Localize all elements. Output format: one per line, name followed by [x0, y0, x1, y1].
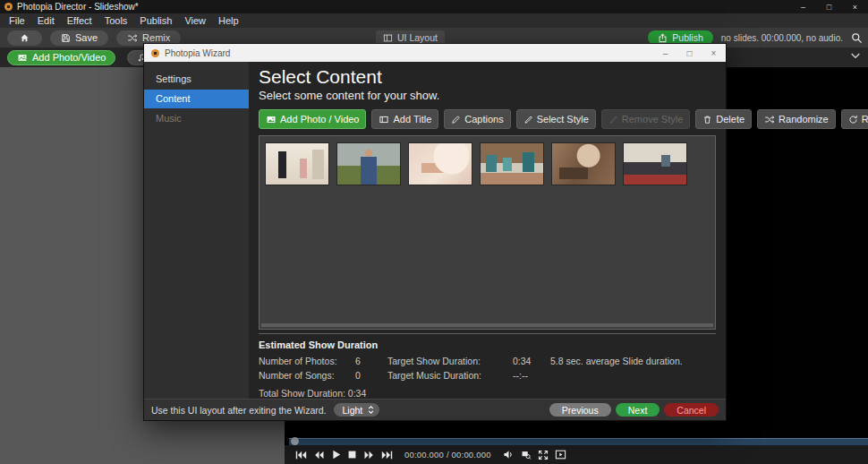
- trash-icon: [702, 115, 712, 125]
- thumbnail-6[interactable]: [624, 143, 686, 185]
- button-label: Delete: [716, 114, 745, 125]
- window-title: Photopia Director - Slideshow*: [17, 2, 139, 12]
- skip-start-button[interactable]: [295, 451, 307, 460]
- playback-controls: 00:00.000 / 00:00.000: [285, 445, 868, 464]
- close-button[interactable]: ×: [842, 0, 868, 13]
- select-style-button[interactable]: Select Style: [516, 109, 596, 129]
- captions-button[interactable]: Captions: [444, 109, 510, 129]
- wizard-title: Photopia Wizard: [165, 48, 230, 58]
- brush-icon: [523, 115, 533, 125]
- stop-button[interactable]: [347, 450, 357, 460]
- wizard-close-button[interactable]: ×: [702, 44, 726, 62]
- status-text: no slides. 00:00.000, no audio.: [721, 33, 843, 43]
- timeline-handle[interactable]: [291, 437, 299, 445]
- wizard-maximize-button[interactable]: □: [677, 44, 702, 62]
- save-button[interactable]: Save: [50, 30, 108, 46]
- content-list: [259, 135, 716, 330]
- summary-note: 5.8 sec. average Slide duration.: [550, 356, 716, 366]
- footer-note: Use this UI layout after exiting the Wiz…: [151, 405, 327, 416]
- rewind-button[interactable]: [313, 451, 325, 460]
- next-button[interactable]: Next: [616, 403, 660, 417]
- cancel-button[interactable]: Cancel: [664, 403, 719, 417]
- thumbnail-5[interactable]: [552, 143, 615, 185]
- summary-value: --:--: [513, 370, 550, 381]
- summary-label: Target Music Duration:: [387, 370, 513, 381]
- spinner-icon: [367, 405, 375, 415]
- pencil-icon: [451, 115, 461, 125]
- rotate-button[interactable]: Rotate: [841, 109, 868, 129]
- volume-icon[interactable]: [503, 450, 515, 460]
- wizard-dialog: Photopia Wizard – □ × Settings Content M…: [143, 43, 727, 421]
- menu-view[interactable]: View: [178, 15, 212, 26]
- timeline-slider[interactable]: [289, 438, 868, 445]
- share-icon: [658, 33, 668, 43]
- wizard-window-controls: – □ ×: [653, 44, 726, 62]
- publish-label: Publish: [672, 32, 702, 43]
- app-icon: [4, 3, 13, 11]
- previous-button[interactable]: Previous: [549, 403, 611, 417]
- button-label: Add Photo / Video: [280, 114, 359, 125]
- title-slide-icon: [379, 115, 389, 125]
- window-controls: – □ ×: [790, 0, 868, 13]
- button-label: Add Title: [393, 114, 431, 125]
- menu-edit[interactable]: Edit: [31, 15, 61, 26]
- delete-button[interactable]: Delete: [695, 109, 752, 129]
- shuffle-icon: [764, 115, 775, 125]
- content-toolbar: Add Photo / Video Add Title Captions: [259, 109, 716, 129]
- brush-off-icon: [608, 115, 618, 125]
- remove-style-button[interactable]: Remove Style: [601, 109, 690, 129]
- menu-effect[interactable]: Effect: [61, 15, 98, 26]
- ui-layout-select[interactable]: Light: [334, 403, 380, 417]
- horizontal-scrollbar[interactable]: [261, 323, 713, 327]
- rotate-icon: [848, 115, 858, 125]
- skip-end-button[interactable]: [381, 451, 393, 460]
- play-button[interactable]: [331, 450, 341, 460]
- menu-tools[interactable]: Tools: [98, 15, 134, 26]
- save-icon: [61, 33, 71, 43]
- sidebar-item-content[interactable]: Content: [144, 90, 249, 108]
- page-subtitle: Select some content for your show.: [259, 89, 716, 102]
- picture-icon: [266, 115, 277, 125]
- maximize-button[interactable]: □: [816, 0, 842, 13]
- thumbnail-4[interactable]: [481, 143, 543, 185]
- add-photo-video-wizard-button[interactable]: Add Photo / Video: [259, 109, 366, 129]
- layout-icon: [383, 33, 393, 43]
- summary-value: 6: [355, 356, 387, 366]
- summary-title: Estimated Show Duration: [259, 339, 716, 350]
- thumbnail-3[interactable]: [409, 143, 472, 185]
- thumbnail-2[interactable]: [337, 143, 400, 185]
- wizard-footer: Use this UI layout after exiting the Wiz…: [144, 399, 726, 420]
- menu-help[interactable]: Help: [212, 15, 245, 26]
- home-icon: [20, 33, 30, 43]
- add-title-button[interactable]: Add Title: [371, 109, 438, 129]
- page-title: Select Content: [259, 66, 716, 88]
- fast-forward-button[interactable]: [363, 451, 375, 460]
- picture-icon: [17, 53, 28, 63]
- randomize-button[interactable]: Randomize: [757, 109, 836, 129]
- fullscreen-icon[interactable]: [538, 450, 549, 460]
- sidebar-item-music[interactable]: Music: [144, 109, 249, 128]
- titlebar: Photopia Director - Slideshow* – □ ×: [0, 0, 868, 13]
- wizard-minimize-button[interactable]: –: [653, 44, 677, 62]
- button-label: Captions: [464, 114, 503, 125]
- button-label: Rotate: [862, 114, 868, 125]
- sidebar-item-settings[interactable]: Settings: [144, 70, 249, 89]
- time-display: 00:00.000 / 00:00.000: [404, 450, 491, 460]
- summary-value: 0:34: [513, 356, 550, 366]
- play-in-window-icon[interactable]: [555, 450, 566, 460]
- minimize-button[interactable]: –: [790, 0, 816, 13]
- home-button[interactable]: [7, 30, 42, 46]
- collapse-chevron-icon[interactable]: [850, 52, 861, 60]
- button-label: Select Style: [537, 114, 589, 125]
- menu-file[interactable]: File: [3, 15, 31, 26]
- add-photo-video-button[interactable]: Add Photo/Video: [7, 50, 115, 65]
- summary-label: Number of Photos:: [259, 356, 355, 366]
- search-icon[interactable]: [851, 32, 863, 44]
- add-photo-video-label: Add Photo/Video: [32, 52, 106, 63]
- thumbnail-1[interactable]: [266, 143, 328, 185]
- button-label: Randomize: [779, 114, 829, 125]
- snapshot-icon[interactable]: [521, 450, 532, 460]
- show-duration-summary: Estimated Show Duration Number of Photos…: [259, 333, 716, 399]
- menu-publish[interactable]: Publish: [133, 15, 178, 26]
- shuffle-icon: [127, 33, 138, 43]
